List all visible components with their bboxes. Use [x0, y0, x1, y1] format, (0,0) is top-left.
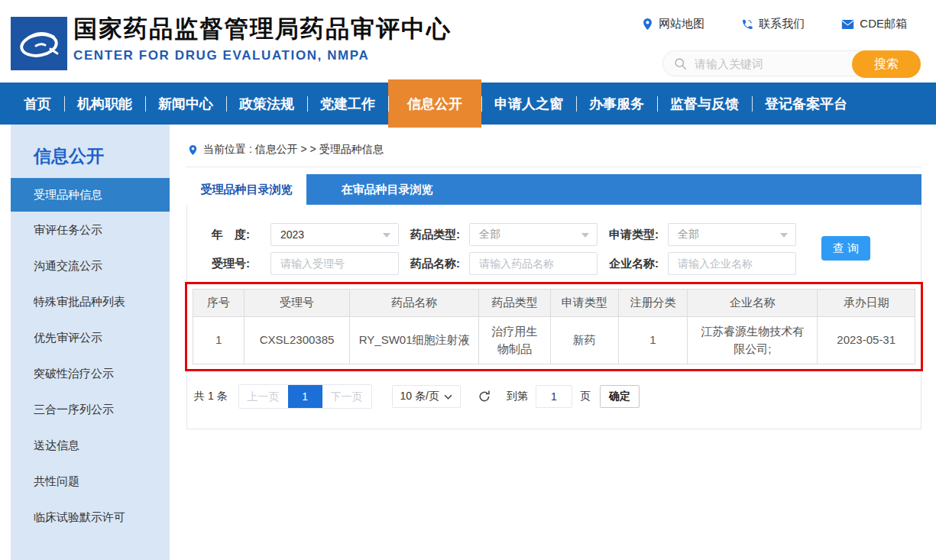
sidebar-item-communication[interactable]: 沟通交流公示: [11, 248, 170, 283]
company-name-input[interactable]: [668, 252, 796, 275]
company-name-label: 企业名称:: [609, 257, 668, 271]
cell-drug-type: 治疗用生物制品: [479, 317, 551, 364]
nav-item-policy[interactable]: 政策法规: [226, 83, 307, 125]
site-header: 国家药品监督管理局药品审评中心 CENTER FOR DRUG EVALUATI…: [0, 0, 936, 83]
chevron-down-icon: [581, 233, 589, 238]
drug-name-label: 药品名称:: [410, 257, 469, 271]
nav-item-services[interactable]: 办事服务: [576, 83, 657, 125]
cell-seq: 1: [193, 317, 245, 364]
nav-item-applicant-window[interactable]: 申请人之窗: [481, 83, 576, 125]
cell-handle-date: 2023-05-31: [818, 317, 915, 364]
contact-link[interactable]: 联系我们: [741, 17, 805, 31]
acceptance-no-input[interactable]: [270, 252, 399, 275]
sidebar-item-clinical-trial-implied-license[interactable]: 临床试验默示许可: [11, 499, 170, 535]
search-icon: [674, 57, 687, 70]
sidebar-item-review-tasks[interactable]: 审评任务公示: [11, 212, 170, 248]
col-handle-date: 承办日期: [818, 290, 915, 317]
content-panel: 年 度: 2023 药品类型: 全部 申请类: [186, 205, 921, 429]
nav-item-party[interactable]: 党建工作: [307, 83, 388, 125]
pagination: 共 1 条 上一页 1 下一页 10 条/页: [194, 384, 921, 409]
sidebar-item-delivery-info[interactable]: 送达信息: [11, 427, 170, 463]
contact-link-label: 联系我们: [759, 17, 805, 31]
total-count: 共 1 条: [194, 390, 228, 403]
sidebar: 信息公开 受理品种信息 审评任务公示 沟通交流公示 特殊审批品种列表 优先审评公…: [11, 125, 170, 560]
main-nav: 首页 机构职能 新闻中心 政策法规 党建工作 信息公开 申请人之窗 办事服务 监…: [0, 83, 936, 125]
site-title: 国家药品监督管理局药品审评中心: [73, 13, 452, 45]
col-application-type: 申请类型: [550, 290, 618, 317]
current-page-button[interactable]: 1: [288, 385, 322, 408]
chevron-down-icon: [780, 233, 788, 238]
query-button[interactable]: 查 询: [821, 236, 870, 261]
tab-accepted-catalog[interactable]: 受理品种目录浏览: [186, 174, 306, 205]
sitemap-link[interactable]: 网站地图: [642, 17, 704, 31]
breadcrumb-text: 当前位置 : 信息公开 > > 受理品种信息: [203, 143, 384, 157]
nav-item-news[interactable]: 新闻中心: [145, 83, 226, 125]
col-drug-name: 药品名称: [350, 290, 479, 317]
location-pin-icon: [642, 18, 653, 31]
application-type-label: 申请类型:: [609, 228, 668, 242]
refresh-icon[interactable]: [478, 390, 491, 403]
cde-mail-link[interactable]: CDE邮箱: [841, 17, 907, 31]
phone-icon: [741, 18, 753, 31]
header-quick-links: 网站地图 联系我们 CDE邮箱: [642, 17, 907, 31]
filter-form: 年 度: 2023 药品类型: 全部 申请类: [187, 223, 921, 275]
cde-logo: [11, 17, 67, 70]
goto-page-input[interactable]: [536, 385, 572, 408]
chevron-down-icon: [383, 233, 390, 238]
confirm-button[interactable]: 确定: [600, 385, 640, 408]
nav-item-home[interactable]: 首页: [11, 83, 64, 125]
page-size-value: 10 条/页: [400, 390, 439, 403]
sidebar-item-special-approval[interactable]: 特殊审批品种列表: [11, 283, 170, 319]
tab-under-review-catalog[interactable]: 在审品种目录浏览: [306, 174, 468, 205]
year-label: 年 度:: [212, 228, 270, 242]
col-drug-type: 药品类型: [479, 290, 551, 317]
goto-suffix: 页: [580, 390, 591, 403]
nav-item-supervision[interactable]: 监督与反馈: [657, 83, 752, 125]
breadcrumb-pin-icon: [188, 144, 198, 156]
drug-name-input[interactable]: [469, 252, 598, 275]
content-area: 当前位置 : 信息公开 > > 受理品种信息 受理品种目录浏览 在审品种目录浏览…: [186, 125, 921, 560]
page-size-select[interactable]: 10 条/页: [392, 385, 461, 408]
col-registration-class: 注册分类: [618, 290, 688, 317]
year-select-value: 2023: [280, 228, 304, 241]
col-company-name: 企业名称: [688, 290, 818, 317]
acceptance-no-label: 受理号:: [212, 257, 270, 271]
cell-acceptance-no: CXSL2300385: [245, 317, 350, 364]
sidebar-item-three-in-one[interactable]: 三合一序列公示: [11, 391, 170, 427]
col-acceptance-no: 受理号: [245, 290, 350, 317]
sidebar-item-breakthrough-therapy[interactable]: 突破性治疗公示: [11, 355, 170, 391]
highlight-red-box: 序号 受理号 药品名称 药品类型 申请类型 注册分类 企业名称 承办日期 1: [185, 282, 923, 371]
sidebar-item-accepted-varieties[interactable]: 受理品种信息: [11, 178, 170, 212]
search-input[interactable]: [695, 57, 840, 70]
cell-application-type: 新药: [550, 317, 618, 364]
drug-type-select-value: 全部: [479, 228, 500, 241]
envelope-icon: [841, 19, 854, 30]
nav-item-registration-platform[interactable]: 登记备案平台: [752, 83, 860, 125]
application-type-select-value: 全部: [678, 228, 699, 241]
sidebar-item-priority-review[interactable]: 优先审评公示: [11, 319, 170, 355]
drug-type-label: 药品类型:: [410, 228, 469, 242]
header-search: 搜索: [662, 50, 921, 76]
col-seq: 序号: [193, 290, 245, 317]
breadcrumb: 当前位置 : 信息公开 > > 受理品种信息: [186, 125, 921, 167]
cde-mail-link-label: CDE邮箱: [860, 17, 907, 31]
nav-item-functions[interactable]: 机构职能: [64, 83, 145, 125]
cell-drug-name: RY_SW01细胞注射液: [350, 317, 479, 364]
search-button[interactable]: 搜索: [852, 50, 921, 78]
drug-type-select[interactable]: 全部: [469, 223, 598, 246]
next-page-button[interactable]: 下一页: [322, 385, 371, 408]
application-type-select[interactable]: 全部: [668, 223, 796, 246]
results-table: 序号 受理号 药品名称 药品类型 申请类型 注册分类 企业名称 承办日期 1: [193, 289, 915, 364]
sidebar-item-common-issues[interactable]: 共性问题: [11, 463, 170, 499]
site-subtitle: CENTER FOR DRUG EVALUATION, NMPA: [73, 48, 452, 63]
prev-page-button[interactable]: 上一页: [239, 385, 288, 408]
page-button-group: 上一页 1 下一页: [238, 384, 372, 409]
goto-prefix: 到第: [507, 390, 528, 403]
nav-item-info-disclosure[interactable]: 信息公开: [388, 79, 481, 128]
sidebar-title: 信息公开: [11, 125, 170, 176]
cell-registration-class: 1: [618, 317, 688, 364]
tab-bar: 受理品种目录浏览 在审品种目录浏览: [186, 174, 921, 205]
year-select[interactable]: 2023: [270, 223, 399, 246]
sitemap-link-label: 网站地图: [659, 17, 704, 31]
main-area: 信息公开 受理品种信息 审评任务公示 沟通交流公示 特殊审批品种列表 优先审评公…: [0, 125, 936, 560]
